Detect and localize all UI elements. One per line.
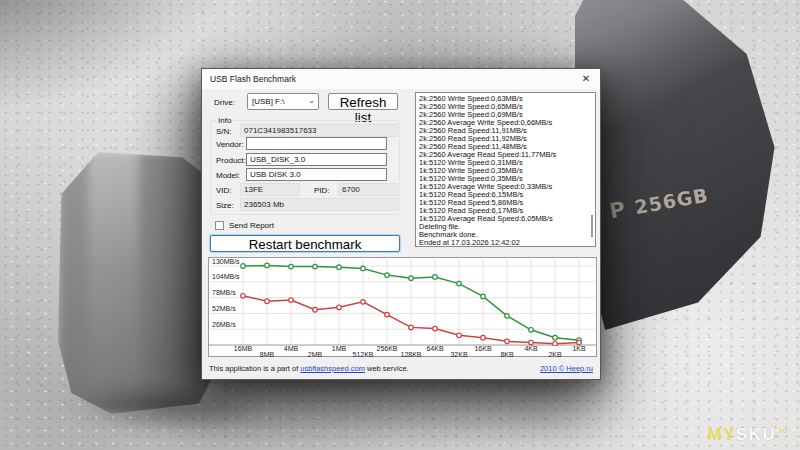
size-label: Size: — [216, 201, 234, 210]
sn-label: S/N: — [216, 127, 232, 136]
send-report-label: Send Report — [229, 221, 274, 230]
y-axis-label: 26MB/s — [212, 321, 236, 328]
chart-plot: 130MB/s104MB/s78MB/s52MB/s26MB/s — [209, 258, 596, 346]
data-point — [361, 266, 366, 271]
data-point — [457, 281, 462, 286]
x-axis-label: 128KB — [394, 351, 428, 358]
sp-logo: P — [608, 197, 628, 223]
x-axis-label: 8MB — [250, 351, 284, 358]
log-scrollbar-thumb[interactable] — [591, 215, 593, 237]
data-point — [409, 276, 414, 281]
vendor-field[interactable] — [246, 137, 387, 150]
pid-value: 6700 — [338, 183, 398, 196]
data-point — [385, 273, 390, 278]
data-point — [361, 300, 366, 305]
background-photo: P256GB MYSKU.ru USB Flash Benchmark ✕ Dr… — [0, 0, 800, 450]
vid-label: VID: — [216, 186, 232, 195]
refresh-list-button[interactable]: Refresh list — [328, 93, 398, 110]
drive-select-value: [USB] F:\ — [252, 97, 284, 106]
chevron-down-icon: ⌄ — [308, 93, 315, 108]
benchmark-log[interactable]: 2k:2560 Write Speed:0,63MB/s2k:2560 Writ… — [415, 92, 596, 247]
data-point — [337, 265, 342, 270]
data-point — [505, 314, 510, 319]
watermark: MYSKU.ru — [707, 425, 788, 445]
close-icon[interactable]: ✕ — [579, 69, 593, 89]
x-axis-label: 8KB — [490, 351, 524, 358]
data-point — [241, 293, 246, 298]
data-point — [289, 298, 294, 303]
data-point — [433, 326, 438, 331]
drive-top-facet — [575, 0, 800, 330]
data-point — [481, 294, 486, 299]
vendor-label: Vendor: — [216, 140, 244, 149]
data-point — [385, 312, 390, 317]
copyright-link[interactable]: 2010 © Heep.ru — [540, 364, 593, 373]
chart-x-axis: 16MB8MB4MB2MB1MB512KB256KB128KB64KB32KB1… — [209, 345, 596, 358]
usbflashspeed-link[interactable]: usbflashspeed.com — [300, 364, 365, 373]
sn-value: 071C341983517633 — [240, 124, 398, 137]
vid-value: 13FE — [240, 183, 300, 196]
y-axis-label: 130MB/s — [212, 258, 240, 265]
watermark-my: MY — [707, 425, 736, 444]
data-point — [337, 305, 342, 310]
data-point — [481, 335, 486, 340]
data-point — [289, 264, 294, 269]
info-group-label: Info — [216, 116, 233, 125]
model-label: Model: — [216, 171, 240, 180]
cap-shadow — [66, 382, 266, 434]
data-point — [505, 339, 510, 344]
cap-highlight — [88, 152, 138, 414]
y-axis-label: 52MB/s — [212, 305, 236, 312]
model-field[interactable]: USB DISK 3.0 — [246, 168, 387, 181]
window-title: USB Flash Benchmark — [210, 69, 296, 89]
size-value: 236503 Mb — [240, 198, 398, 211]
footer-text: This application is a part of usbflashsp… — [209, 364, 409, 373]
send-report-checkbox[interactable] — [215, 221, 224, 230]
y-axis-label: 78MB/s — [212, 289, 236, 296]
x-axis-label: 512KB — [346, 351, 380, 358]
log-line: Ended at 17.03.2026 12:42:02 — [419, 239, 595, 247]
speed-chart: 130MB/s104MB/s78MB/s52MB/s26MB/s 16MB8MB… — [208, 257, 597, 357]
usb-flash-benchmark-window: USB Flash Benchmark ✕ Drive: [USB] F:\ ⌄… — [201, 68, 601, 380]
data-point — [265, 263, 270, 268]
footer-prefix: This application is a part of — [209, 364, 300, 373]
product-field[interactable]: USB_DISK_3.0 — [246, 153, 387, 166]
data-point — [313, 307, 318, 312]
drive-select[interactable]: [USB] F:\ ⌄ — [247, 93, 319, 110]
watermark-ru: .ru — [776, 426, 788, 435]
product-label: Product: — [216, 156, 246, 165]
data-point — [433, 275, 438, 280]
data-point — [241, 264, 246, 269]
data-point — [313, 264, 318, 269]
watermark-sku: SKU — [736, 425, 776, 444]
data-point — [457, 333, 462, 338]
data-point — [265, 299, 270, 304]
data-point — [553, 335, 558, 340]
x-axis-label: 32KB — [442, 351, 476, 358]
usb-flash-drive: P256GB — [575, 0, 800, 330]
y-axis-label: 104MB/s — [212, 273, 240, 280]
pid-label: PID: — [314, 186, 330, 195]
footer-suffix: web service. — [365, 364, 409, 373]
restart-benchmark-button[interactable]: Restart benchmark — [210, 235, 400, 252]
data-point — [529, 328, 534, 333]
x-axis-label: 2MB — [298, 351, 332, 358]
drive-label: Drive: — [214, 98, 235, 107]
titlebar[interactable]: USB Flash Benchmark ✕ — [202, 69, 600, 89]
x-axis-label: 2KB — [538, 351, 572, 358]
x-axis-label: 1KB — [562, 345, 596, 352]
data-point — [409, 325, 414, 330]
